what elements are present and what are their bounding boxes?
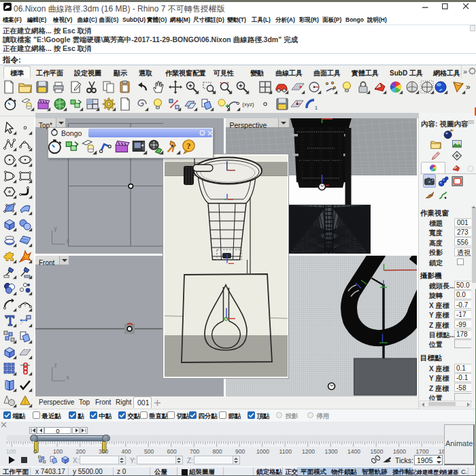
svg-text:{xyz}: {xyz} [242, 101, 254, 107]
svg-text:?: ? [186, 141, 190, 151]
svg-text:x: x [67, 237, 70, 244]
svg-text:z: z [54, 362, 57, 369]
svg-text:1: 1 [315, 105, 318, 110]
svg-text:y: y [54, 225, 58, 232]
svg-text:x: x [67, 374, 70, 381]
